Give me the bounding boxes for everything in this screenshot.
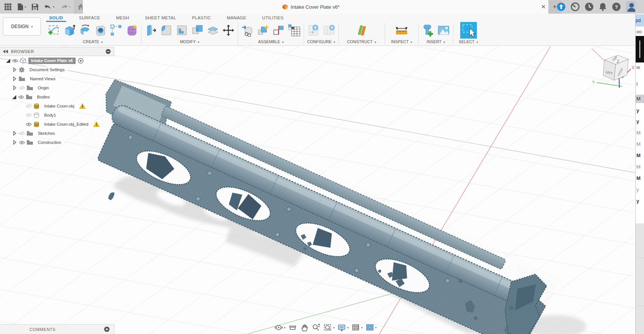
pattern-icon[interactable]	[110, 24, 123, 37]
collapsed-arrow-icon[interactable]	[13, 140, 16, 145]
collapsed-arrow-icon[interactable]	[13, 67, 16, 72]
redo-button[interactable]: ▾	[58, 1, 72, 12]
background-window-selected-item: pd	[636, 14, 644, 27]
tree-row-named-views[interactable]: Named Views	[0, 74, 114, 83]
add-comment-icon[interactable]	[104, 326, 110, 332]
tab-plastic[interactable]: PLASTIC	[191, 14, 213, 22]
file-menu-button[interactable]: ▾	[15, 1, 28, 12]
move-icon[interactable]	[222, 24, 235, 37]
zoom-button[interactable]	[311, 323, 321, 332]
tab-utilities[interactable]: UTILITIES	[261, 14, 285, 22]
background-window-text: M	[636, 164, 644, 170]
tree-row-sketches[interactable]: Sketches	[0, 129, 114, 138]
collapsed-arrow-icon[interactable]	[13, 131, 16, 136]
configure-icon[interactable]	[307, 24, 320, 37]
chevron-down-icon: ▾	[53, 5, 54, 9]
visibility-off-eye-icon[interactable]	[26, 104, 32, 108]
insert-canvas-icon[interactable]	[437, 24, 450, 37]
look-at-button[interactable]	[288, 323, 298, 332]
configuration-table-icon[interactable]	[323, 24, 335, 37]
revolve-icon[interactable]	[79, 24, 92, 37]
insert-fastener-icon[interactable]	[422, 24, 435, 37]
construct-dropdown[interactable]: CONSTRUCT ▾	[347, 39, 376, 44]
save-button[interactable]	[29, 1, 40, 12]
tab-solid[interactable]: SOLID	[48, 14, 65, 22]
fillet-icon[interactable]	[160, 24, 173, 37]
bom-table-icon[interactable]	[288, 24, 301, 37]
notifications-bell-icon[interactable]	[599, 2, 607, 11]
construct-plane-icon[interactable]	[355, 24, 368, 37]
orbit-button[interactable]: ▾	[274, 323, 286, 332]
measure-icon[interactable]	[395, 24, 408, 37]
split-body-icon[interactable]	[206, 24, 219, 37]
tree-row-bodies[interactable]: Bodies	[0, 92, 114, 101]
hole-icon[interactable]	[94, 24, 107, 37]
create-form-icon[interactable]	[125, 24, 138, 37]
visibility-eye-icon[interactable]	[19, 140, 25, 145]
select-dropdown[interactable]: SELECT ▾	[459, 39, 478, 44]
joint-icon[interactable]	[272, 24, 285, 37]
visibility-off-eye-icon[interactable]	[19, 131, 25, 136]
tree-row-mesh-body-edited[interactable]: Intake Cover.obj_Edited	[0, 120, 114, 129]
warning-icon[interactable]	[93, 122, 99, 127]
extensions-icon[interactable]	[557, 2, 566, 11]
tab-mesh[interactable]: MESH	[115, 14, 130, 22]
configure-dropdown[interactable]: CONFIGURE ▾	[307, 39, 335, 44]
tab-sheet-metal[interactable]: SHEET METAL	[144, 14, 178, 22]
collapsed-arrow-icon[interactable]	[13, 76, 16, 81]
visibility-eye-icon[interactable]	[18, 95, 24, 99]
workspace-switcher[interactable]: DESIGN ▾	[3, 17, 41, 36]
tab-manage[interactable]: MANAGE	[225, 14, 248, 22]
background-window-text: y	[636, 108, 644, 113]
visibility-off-eye-icon[interactable]	[19, 86, 25, 90]
warning-icon[interactable]	[79, 103, 85, 109]
new-component-icon[interactable]	[257, 24, 270, 37]
tree-row-construction[interactable]: Construction	[0, 138, 114, 147]
press-pull-icon[interactable]	[144, 24, 157, 37]
modify-dropdown[interactable]: MODIFY ▾	[180, 39, 199, 44]
document-tab[interactable]: Intake Cover Plate v6*	[82, 0, 539, 14]
tree-row-origin[interactable]: Origin	[0, 83, 114, 92]
collapse-all-icon[interactable]	[106, 49, 111, 54]
collapse-panel-icon[interactable]	[3, 50, 8, 53]
combine-icon[interactable]	[191, 24, 204, 37]
visibility-eye-icon[interactable]	[12, 59, 18, 63]
create-sketch-icon[interactable]	[48, 24, 61, 37]
create-dropdown[interactable]: CREATE ▾	[83, 39, 102, 44]
insert-dropdown[interactable]: INSERT ▾	[427, 39, 445, 44]
job-status-icon[interactable]	[571, 2, 580, 11]
grid-snap-button[interactable]: ▾	[351, 323, 363, 332]
tree-row-body1[interactable]: Body1	[0, 111, 114, 120]
comments-bar[interactable]: COMMENTS	[0, 324, 115, 334]
assemble-dropdown[interactable]: ASSEMBLE ▾	[258, 39, 284, 44]
viewports-button[interactable]: ▾	[365, 323, 377, 332]
y-axis-label: Y	[592, 80, 595, 84]
tab-surface[interactable]: SURFACE	[78, 14, 102, 22]
collapsed-arrow-icon[interactable]	[13, 86, 16, 90]
chevron-down-icon: ▾	[347, 326, 349, 329]
expanded-arrow-icon[interactable]	[12, 95, 16, 99]
zoom-window-button[interactable]: ▾	[323, 323, 335, 332]
undo-button[interactable]: ▾	[42, 1, 56, 12]
visibility-off-eye-icon[interactable]	[26, 113, 32, 117]
history-clock-icon[interactable]	[585, 2, 594, 11]
close-tab-button[interactable]: ✕	[538, 0, 548, 14]
tree-row-document-settings[interactable]: Document Settings	[0, 65, 114, 74]
shell-icon[interactable]	[175, 24, 188, 37]
help-icon[interactable]: ?	[612, 2, 621, 11]
tree-row-root[interactable]: Intake Cover Plate v6	[0, 56, 114, 65]
visibility-eye-icon[interactable]	[26, 122, 32, 126]
extrude-icon[interactable]	[63, 24, 76, 37]
display-settings-button[interactable]: ▾	[337, 323, 349, 332]
tree-row-mesh-body[interactable]: Intake Cover.obj	[0, 101, 114, 111]
app-grid-icon[interactable]	[2, 1, 14, 12]
browser-panel: BROWSER Intake Cover Plate v6	[0, 47, 114, 147]
expanded-arrow-icon[interactable]	[6, 59, 10, 63]
model-mesh[interactable]	[79, 75, 561, 334]
inspect-dropdown[interactable]: INSPECT ▾	[391, 39, 412, 44]
activate-component-icon[interactable]	[78, 58, 84, 64]
background-window-text: M	[636, 130, 644, 136]
select-tool-icon[interactable]	[460, 22, 477, 39]
pan-button[interactable]	[299, 323, 309, 332]
insert-derive-icon[interactable]	[241, 24, 254, 37]
